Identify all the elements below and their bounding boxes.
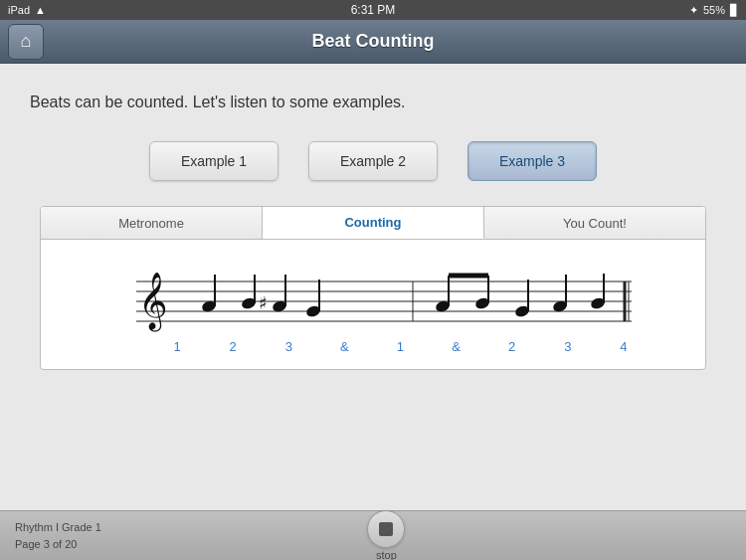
- page-label: Page 3 of 20: [15, 536, 101, 553]
- title-bar: ⌂ Beat Counting: [0, 20, 746, 64]
- main-content: Beats can be counted. Let's listen to so…: [0, 64, 746, 510]
- example-2-button[interactable]: Example 2: [308, 141, 438, 181]
- home-icon: ⌂: [21, 31, 32, 52]
- stop-label: stop: [376, 549, 397, 560]
- example-buttons: Example 1 Example 2 Example 3: [30, 141, 716, 181]
- beat-3: 3: [280, 339, 297, 354]
- music-notation: 𝄞 ♯: [94, 260, 652, 339]
- status-time: 6:31 PM: [351, 3, 396, 17]
- music-panel: Metronome Counting You Count! 𝄞: [40, 206, 706, 370]
- beat-and-1: &: [335, 339, 353, 354]
- svg-text:♯: ♯: [259, 293, 268, 313]
- course-label: Rhythm I Grade 1: [15, 519, 101, 536]
- beat-2: 2: [224, 339, 242, 354]
- tab-bar: Metronome Counting You Count!: [41, 207, 705, 240]
- beat-1b: 1: [391, 339, 409, 354]
- svg-text:𝄞: 𝄞: [138, 273, 168, 332]
- status-left: iPad ▲: [8, 4, 46, 16]
- bottom-bar: Rhythm I Grade 1 Page 3 of 20 stop: [0, 510, 746, 560]
- stop-button[interactable]: [367, 510, 405, 548]
- page-title: Beat Counting: [312, 31, 435, 52]
- beat-labels: 1 2 3 & 1 & 2 3 4: [94, 339, 652, 354]
- stop-icon: [379, 522, 393, 536]
- wifi-icon: ▲: [35, 4, 46, 16]
- tab-counting[interactable]: Counting: [263, 207, 484, 239]
- example-3-button[interactable]: Example 3: [467, 141, 597, 181]
- tab-you-count[interactable]: You Count!: [484, 207, 705, 239]
- status-right: ✦ 55% ▊: [689, 4, 738, 17]
- bottom-left-info: Rhythm I Grade 1 Page 3 of 20: [15, 519, 101, 552]
- beat-2b: 2: [503, 339, 521, 354]
- beat-1: 1: [168, 339, 186, 354]
- battery-label: 55%: [703, 4, 725, 16]
- beat-4: 4: [615, 339, 633, 354]
- notation-area: 𝄞 ♯: [41, 240, 705, 369]
- example-1-button[interactable]: Example 1: [149, 141, 279, 181]
- beat-and-2: &: [448, 339, 466, 354]
- stop-button-wrap[interactable]: stop: [367, 510, 405, 560]
- device-label: iPad: [8, 4, 30, 16]
- home-button[interactable]: ⌂: [8, 24, 44, 60]
- battery-icon: ▊: [730, 4, 738, 17]
- beat-3b: 3: [559, 339, 577, 354]
- status-bar: iPad ▲ 6:31 PM ✦ 55% ▊: [0, 0, 746, 20]
- tab-metronome[interactable]: Metronome: [41, 207, 263, 239]
- intro-text: Beats can be counted. Let's listen to so…: [30, 93, 716, 111]
- bluetooth-icon: ✦: [689, 4, 698, 17]
